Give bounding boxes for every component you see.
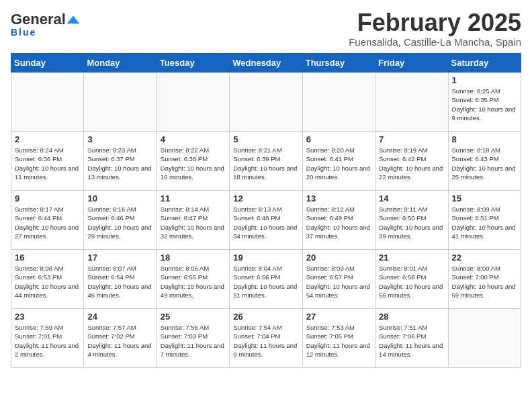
day-number: 20 [306, 253, 371, 263]
day-number: 1 [452, 75, 517, 85]
location: Fuensalida, Castille-La Mancha, Spain [349, 36, 521, 48]
svg-marker-0 [66, 16, 79, 24]
cell-info: Sunrise: 8:06 AM Sunset: 6:55 PM Dayligh… [161, 264, 226, 300]
calendar-cell: 3Sunrise: 8:23 AM Sunset: 6:37 PM Daylig… [84, 132, 157, 191]
calendar-cell: 11Sunrise: 8:14 AM Sunset: 6:47 PM Dayli… [157, 191, 229, 250]
calendar-cell: 26Sunrise: 7:54 AM Sunset: 7:04 PM Dayli… [230, 309, 302, 368]
cell-info: Sunrise: 8:21 AM Sunset: 6:39 PM Dayligh… [233, 146, 298, 181]
cell-info: Sunrise: 8:18 AM Sunset: 6:43 PM Dayligh… [452, 146, 517, 181]
calendar-cell [84, 73, 157, 132]
cell-info: Sunrise: 8:12 AM Sunset: 6:49 PM Dayligh… [306, 205, 371, 240]
calendar-cell: 7Sunrise: 8:19 AM Sunset: 6:42 PM Daylig… [375, 132, 448, 191]
day-number: 4 [161, 134, 226, 144]
calendar-cell [157, 73, 229, 132]
calendar-cell: 6Sunrise: 8:20 AM Sunset: 6:41 PM Daylig… [302, 132, 375, 191]
calendar-cell: 13Sunrise: 8:12 AM Sunset: 6:49 PM Dayli… [302, 191, 375, 250]
calendar-cell: 8Sunrise: 8:18 AM Sunset: 6:43 PM Daylig… [448, 132, 521, 191]
day-number: 23 [15, 312, 80, 322]
calendar-cell: 27Sunrise: 7:53 AM Sunset: 7:05 PM Dayli… [302, 309, 375, 368]
month-title: February 2025 [349, 11, 521, 35]
cell-info: Sunrise: 8:00 AM Sunset: 7:00 PM Dayligh… [452, 264, 517, 300]
calendar-table: SundayMondayTuesdayWednesdayThursdayFrid… [11, 53, 521, 368]
col-header-thursday: Thursday [302, 54, 375, 73]
day-number: 13 [306, 193, 371, 203]
calendar-cell [375, 73, 448, 132]
day-number: 12 [233, 193, 298, 203]
cell-info: Sunrise: 7:56 AM Sunset: 7:03 PM Dayligh… [161, 323, 226, 359]
calendar-cell: 10Sunrise: 8:16 AM Sunset: 6:46 PM Dayli… [84, 191, 157, 250]
page-header: General Blue February 2025 Fuensalida, C… [11, 11, 521, 48]
day-number: 14 [379, 193, 444, 203]
calendar-cell: 4Sunrise: 8:22 AM Sunset: 6:38 PM Daylig… [157, 132, 229, 191]
day-number: 8 [452, 134, 517, 144]
col-header-tuesday: Tuesday [157, 54, 229, 73]
cell-info: Sunrise: 8:09 AM Sunset: 6:51 PM Dayligh… [452, 205, 517, 240]
calendar-cell: 15Sunrise: 8:09 AM Sunset: 6:51 PM Dayli… [448, 191, 521, 250]
day-number: 21 [379, 253, 444, 263]
day-number: 26 [233, 312, 298, 322]
cell-info: Sunrise: 8:17 AM Sunset: 6:44 PM Dayligh… [15, 205, 80, 240]
calendar-cell: 20Sunrise: 8:03 AM Sunset: 6:57 PM Dayli… [302, 250, 375, 309]
calendar-cell: 1Sunrise: 8:25 AM Sunset: 6:35 PM Daylig… [448, 73, 521, 132]
logo-blue-text: Blue [11, 27, 36, 38]
logo-text: General [11, 11, 81, 28]
title-block: February 2025 Fuensalida, Castille-La Ma… [349, 11, 521, 48]
cell-info: Sunrise: 7:59 AM Sunset: 7:01 PM Dayligh… [15, 323, 80, 359]
day-number: 22 [452, 253, 517, 263]
calendar-cell [230, 73, 302, 132]
day-number: 28 [379, 312, 444, 322]
cell-info: Sunrise: 8:20 AM Sunset: 6:41 PM Dayligh… [306, 146, 371, 181]
day-number: 5 [233, 134, 298, 144]
logo: General Blue [11, 11, 81, 38]
calendar-cell: 19Sunrise: 8:04 AM Sunset: 6:56 PM Dayli… [230, 250, 302, 309]
cell-info: Sunrise: 8:04 AM Sunset: 6:56 PM Dayligh… [233, 264, 298, 300]
cell-info: Sunrise: 8:08 AM Sunset: 6:53 PM Dayligh… [15, 264, 80, 300]
day-number: 25 [161, 312, 226, 322]
cell-info: Sunrise: 8:03 AM Sunset: 6:57 PM Dayligh… [306, 264, 371, 300]
cell-info: Sunrise: 8:07 AM Sunset: 6:54 PM Dayligh… [87, 264, 152, 300]
cell-info: Sunrise: 8:14 AM Sunset: 6:47 PM Dayligh… [161, 205, 226, 240]
col-header-monday: Monday [84, 54, 157, 73]
calendar-cell: 28Sunrise: 7:51 AM Sunset: 7:06 PM Dayli… [375, 309, 448, 368]
calendar-cell: 12Sunrise: 8:13 AM Sunset: 6:48 PM Dayli… [230, 191, 302, 250]
calendar-cell [448, 309, 521, 368]
day-number: 15 [452, 193, 517, 203]
cell-info: Sunrise: 8:19 AM Sunset: 6:42 PM Dayligh… [379, 146, 444, 181]
col-header-saturday: Saturday [448, 54, 521, 73]
calendar-cell: 14Sunrise: 8:11 AM Sunset: 6:50 PM Dayli… [375, 191, 448, 250]
logo-general: General [11, 11, 66, 28]
cell-info: Sunrise: 8:25 AM Sunset: 6:35 PM Dayligh… [452, 87, 517, 122]
day-number: 24 [87, 312, 152, 322]
day-number: 19 [233, 253, 298, 263]
day-number: 11 [161, 193, 226, 203]
cell-info: Sunrise: 7:57 AM Sunset: 7:02 PM Dayligh… [87, 323, 152, 359]
calendar-cell: 18Sunrise: 8:06 AM Sunset: 6:55 PM Dayli… [157, 250, 229, 309]
cell-info: Sunrise: 8:01 AM Sunset: 6:58 PM Dayligh… [379, 264, 444, 300]
day-number: 2 [15, 134, 80, 144]
calendar-cell: 5Sunrise: 8:21 AM Sunset: 6:39 PM Daylig… [230, 132, 302, 191]
calendar-header: SundayMondayTuesdayWednesdayThursdayFrid… [11, 54, 521, 73]
calendar-cell: 22Sunrise: 8:00 AM Sunset: 7:00 PM Dayli… [448, 250, 521, 309]
day-number: 18 [161, 253, 226, 263]
cell-info: Sunrise: 8:22 AM Sunset: 6:38 PM Dayligh… [161, 146, 226, 181]
col-header-friday: Friday [375, 54, 448, 73]
calendar-cell [302, 73, 375, 132]
day-number: 7 [379, 134, 444, 144]
calendar-cell: 17Sunrise: 8:07 AM Sunset: 6:54 PM Dayli… [84, 250, 157, 309]
day-number: 17 [87, 253, 152, 263]
calendar-cell: 16Sunrise: 8:08 AM Sunset: 6:53 PM Dayli… [11, 250, 84, 309]
cell-info: Sunrise: 8:23 AM Sunset: 6:37 PM Dayligh… [87, 146, 152, 181]
calendar-cell: 25Sunrise: 7:56 AM Sunset: 7:03 PM Dayli… [157, 309, 229, 368]
day-number: 10 [87, 193, 152, 203]
calendar-cell: 24Sunrise: 7:57 AM Sunset: 7:02 PM Dayli… [84, 309, 157, 368]
cell-info: Sunrise: 8:11 AM Sunset: 6:50 PM Dayligh… [379, 205, 444, 240]
col-header-wednesday: Wednesday [230, 54, 302, 73]
cell-info: Sunrise: 8:13 AM Sunset: 6:48 PM Dayligh… [233, 205, 298, 240]
cell-info: Sunrise: 8:24 AM Sunset: 6:36 PM Dayligh… [15, 146, 80, 181]
cell-info: Sunrise: 7:53 AM Sunset: 7:05 PM Dayligh… [306, 323, 371, 359]
calendar-cell: 9Sunrise: 8:17 AM Sunset: 6:44 PM Daylig… [11, 191, 84, 250]
calendar-cell: 21Sunrise: 8:01 AM Sunset: 6:58 PM Dayli… [375, 250, 448, 309]
day-number: 9 [15, 193, 80, 203]
cell-info: Sunrise: 7:51 AM Sunset: 7:06 PM Dayligh… [379, 323, 444, 359]
day-number: 16 [15, 253, 80, 263]
